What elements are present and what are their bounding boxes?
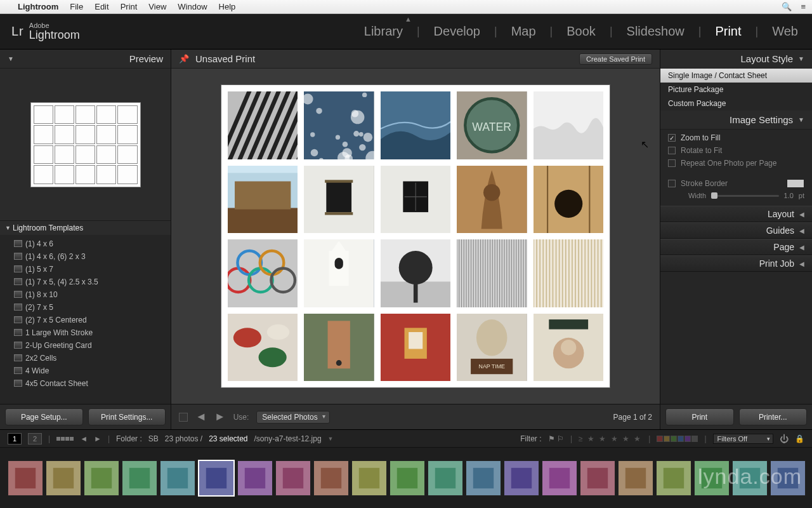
filmstrip-thumb[interactable] [275,460,311,496]
panel-section-page[interactable]: Page◀ [660,239,812,255]
page-cell[interactable] [228,166,298,234]
page-cell[interactable] [457,166,527,234]
template-item[interactable]: (1) 4 x 6 [0,237,171,250]
layout-style-option[interactable]: Picture Package [660,83,812,97]
stroke-border-checkbox[interactable]: Stroke Border [668,179,728,188]
page-cell[interactable] [228,314,298,382]
template-item[interactable]: 4x5 Contact Sheet [0,377,171,390]
page-cell[interactable] [457,239,527,307]
module-book[interactable]: Book [564,24,598,39]
print-settings-button[interactable]: Print Settings... [88,408,166,425]
preview-panel-header[interactable]: ▼ Preview [0,50,171,69]
panel-section-print-job[interactable]: Print Job◀ [660,255,812,272]
page-cell[interactable] [381,239,450,307]
filmstrip-thumb[interactable] [122,460,157,496]
module-library[interactable]: Library [362,24,405,39]
panel-section-layout[interactable]: Layout◀ [660,206,812,222]
menu-edit[interactable]: Edit [95,2,108,11]
printer-button[interactable]: Printer... [739,408,808,425]
page-cell[interactable] [534,166,603,234]
module-develop[interactable]: Develop [431,24,483,39]
filmstrip-thumb[interactable] [46,460,81,496]
filmstrip-thumb[interactable] [732,460,768,496]
stroke-width-slider[interactable] [711,195,779,197]
print-stage[interactable]: WATERNAP TIME ↖ [171,69,660,404]
filmstrip-thumb[interactable] [84,460,119,496]
page-cell[interactable] [304,239,374,307]
filmstrip-thumb[interactable] [198,460,235,497]
filmstrip-thumb[interactable] [313,460,349,496]
layout-style-option[interactable]: Custom Package [660,97,812,110]
filmstrip-thumb[interactable] [504,460,539,496]
page-cell[interactable] [304,166,374,234]
filmstrip-thumb[interactable] [694,460,730,496]
template-item[interactable]: (2) 7 x 5 Centered [0,314,171,326]
filmstrip-thumb[interactable] [466,460,501,496]
image-settings-header[interactable]: Image Settings ▼ [660,110,812,130]
prev-page-icon[interactable]: ◄ [195,410,207,424]
soft-proof-checkbox[interactable] [179,413,188,422]
spotlight-icon[interactable]: 🔍 [782,2,792,11]
filmstrip-thumb[interactable] [390,460,425,496]
menu-help[interactable]: Help [219,2,236,11]
template-item[interactable]: (1) 5 x 7 [0,263,171,276]
filmstrip-thumb[interactable] [656,460,691,496]
rating-filter[interactable]: ≥ ★ ★ ★ ★ ★ [579,434,642,443]
create-saved-print-button[interactable]: Create Saved Print [579,53,652,65]
module-map[interactable]: Map [509,24,539,39]
template-item[interactable]: (1) 8 x 10 [0,288,171,301]
menu-file[interactable]: File [70,2,83,11]
template-item[interactable]: (2) 7 x 5 [0,301,171,314]
folder-name[interactable]: SB [148,434,159,443]
template-item[interactable]: 2-Up Greeting Card [0,339,171,352]
menu-app[interactable]: Lightroom [18,2,58,11]
menu-window[interactable]: Window [178,2,207,11]
breadcrumb-dropdown-icon[interactable]: ▼ [328,436,334,442]
page-cell[interactable]: WATER [457,91,527,159]
layout-style-option[interactable]: Single Image / Contact Sheet [660,69,812,83]
filmstrip-thumb[interactable] [580,460,615,496]
module-web[interactable]: Web [769,24,801,39]
filmstrip-thumb[interactable] [428,460,463,496]
repeat-one-checkbox[interactable]: Repeat One Photo per Page [668,159,804,168]
filmstrip-thumb[interactable] [8,460,43,496]
layout-style-header[interactable]: Layout Style ▼ [660,50,812,69]
filmstrip-thumb[interactable] [618,460,653,496]
filter-lock-icon[interactable]: 🔒 [795,434,804,443]
grid-view-icon[interactable] [56,437,74,441]
page-cell[interactable] [304,314,374,382]
page-setup-button[interactable]: Page Setup... [5,408,83,425]
filter-switch-icon[interactable]: ⏻ [780,434,789,444]
top-collapse-icon[interactable]: ▲ [405,15,412,23]
primary-display-button[interactable]: 1 [8,433,22,444]
page-cell[interactable] [228,239,298,307]
template-item[interactable]: 1 Large With Stroke [0,326,171,339]
next-page-icon[interactable]: ► [214,410,226,424]
stroke-color-swatch[interactable] [787,179,804,188]
color-label-filter[interactable] [657,436,698,442]
module-slideshow[interactable]: Slideshow [624,24,687,39]
rotate-to-fit-checkbox[interactable]: Rotate to Fit [668,146,804,155]
zoom-to-fill-checkbox[interactable]: ✓Zoom to Fill [668,133,804,142]
template-item[interactable]: (1) 7 x 5, (4) 2.5 x 3.5 [0,276,171,288]
menu-extras-icon[interactable]: ≡ [801,2,806,11]
filmstrip-thumb[interactable] [237,460,273,496]
menu-print[interactable]: Print [121,2,138,11]
filmstrip-thumbs[interactable] [0,448,812,508]
filter-preset-select[interactable]: Filters Off [713,434,773,444]
menu-view[interactable]: View [148,2,166,11]
use-photos-select[interactable]: Selected Photos [256,411,329,424]
page-cell[interactable] [381,91,450,159]
next-photo-icon[interactable]: ► [94,434,102,443]
secondary-display-button[interactable]: 2 [28,433,42,444]
filmstrip-thumb[interactable] [351,460,387,496]
page-cell[interactable] [534,91,603,159]
page-cell[interactable] [381,166,450,234]
page-cell[interactable] [228,91,298,159]
prev-photo-icon[interactable]: ◄ [80,434,88,443]
filmstrip-thumb[interactable] [160,460,195,496]
template-item[interactable]: 2x2 Cells [0,352,171,364]
page-cell[interactable]: NAP TIME [457,314,527,382]
templates-group-header[interactable]: Lightroom Templates [0,221,171,235]
page-cell[interactable] [381,314,450,382]
